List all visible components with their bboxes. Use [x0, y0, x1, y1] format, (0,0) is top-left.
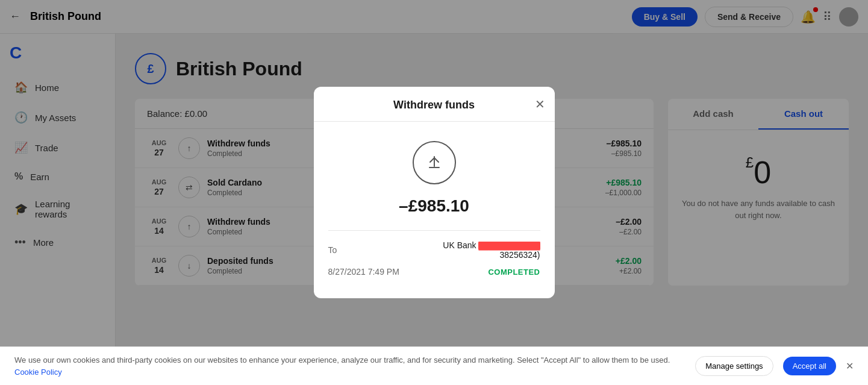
- modal-to-value: UK Bank ████████████38256324): [408, 240, 540, 260]
- modal-status-badge: COMPLETED: [488, 268, 540, 277]
- modal-title: Withdrew funds: [393, 99, 475, 111]
- modal-detail-datetime: 8/27/2021 7:49 PM COMPLETED: [328, 267, 540, 277]
- manage-settings-button[interactable]: Manage settings: [695, 356, 773, 376]
- cookie-banner: We use our own cookies and third-party c…: [0, 346, 868, 385]
- modal-divider: [328, 230, 540, 231]
- accept-all-button[interactable]: Accept all: [783, 357, 836, 375]
- modal-body: –£985.10 To UK Bank ████████████38256324…: [314, 122, 555, 298]
- modal-icon-area: [328, 141, 540, 184]
- cookie-close-button[interactable]: ✕: [846, 360, 854, 372]
- modal-to-label: To: [328, 245, 337, 255]
- cookie-text: We use our own cookies and third-party c…: [14, 354, 685, 378]
- redacted-account: ████████████: [478, 242, 540, 250]
- modal-amount: –£985.10: [328, 196, 540, 216]
- modal-datetime: 8/27/2021 7:49 PM: [328, 267, 399, 277]
- cookie-policy-link[interactable]: Cookie Policy: [14, 368, 62, 377]
- modal-close-button[interactable]: ✕: [535, 98, 545, 110]
- modal-detail-to: To UK Bank ████████████38256324): [328, 240, 540, 260]
- modal: Withdrew funds ✕ –£985.10 To UK Bank ███…: [314, 87, 555, 298]
- modal-header: Withdrew funds ✕: [314, 87, 555, 122]
- modal-overlay[interactable]: Withdrew funds ✕ –£985.10 To UK Bank ███…: [0, 0, 868, 385]
- modal-transaction-icon: [413, 141, 456, 184]
